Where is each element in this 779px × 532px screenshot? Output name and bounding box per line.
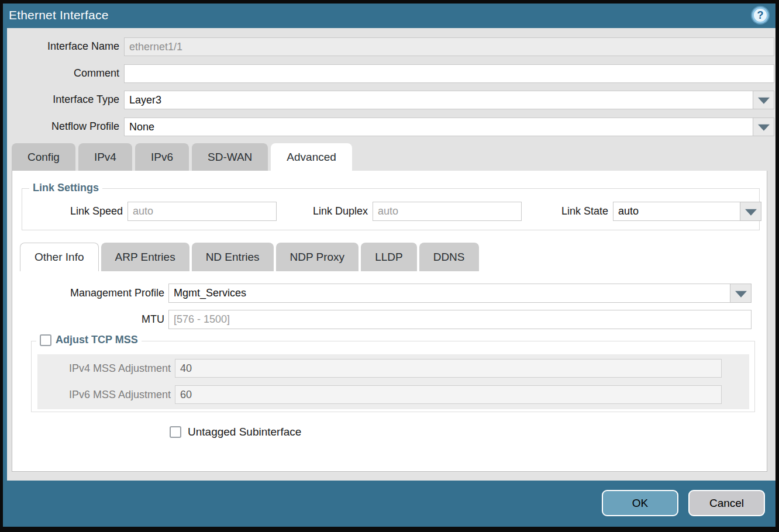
dialog-window: Ethernet Interface ? Interface Name Comm… xyxy=(3,4,775,527)
untagged-subinterface-label: Untagged Subinterface xyxy=(188,426,301,438)
chevron-down-icon xyxy=(758,125,770,131)
tab-ipv4[interactable]: IPv4 xyxy=(78,143,132,171)
dialog-footer: OK Cancel xyxy=(3,481,775,527)
interface-type-row: Interface Type Layer3 xyxy=(7,91,774,109)
netflow-profile-dropdown[interactable]: None xyxy=(124,118,774,136)
link-state-dropdown[interactable]: auto xyxy=(613,202,761,221)
interface-name-input xyxy=(124,37,774,56)
adjust-tcp-mss-checkbox[interactable] xyxy=(40,334,51,346)
interface-name-row: Interface Name xyxy=(7,37,774,56)
advanced-tab-panel: Link Settings Link Speed Link Duplex Lin… xyxy=(12,171,767,472)
management-profile-dropdown[interactable]: Mgmt_Services xyxy=(168,284,752,303)
ipv4-mss-label: IPv4 MSS Adjustment xyxy=(37,362,171,375)
mss-disabled-area: IPv4 MSS Adjustment IPv6 MSS Adjustment xyxy=(37,354,749,409)
tab-advanced[interactable]: Advanced xyxy=(271,143,352,171)
link-duplex-label: Link Duplex xyxy=(313,205,368,217)
comment-input[interactable] xyxy=(124,64,774,83)
main-tab-strip: Config IPv4 IPv6 SD-WAN Advanced xyxy=(12,143,352,171)
cancel-button[interactable]: Cancel xyxy=(688,490,765,516)
chevron-down-icon xyxy=(745,209,757,215)
untagged-subinterface-row: Untagged Subinterface xyxy=(170,426,301,438)
dialog-body: Interface Name Comment Interface Type La… xyxy=(7,28,775,481)
netflow-profile-row: Netflow Profile None xyxy=(7,118,774,136)
tab-nd-entries[interactable]: ND Entries xyxy=(192,243,274,271)
netflow-profile-label: Netflow Profile xyxy=(7,120,119,133)
interface-type-dropdown-button[interactable] xyxy=(753,91,774,109)
interface-type-dropdown[interactable]: Layer3 xyxy=(124,91,774,109)
tab-arp-entries[interactable]: ARP Entries xyxy=(101,243,189,271)
ipv4-mss-input xyxy=(175,359,722,378)
mtu-input[interactable] xyxy=(168,310,752,329)
netflow-profile-value: None xyxy=(129,121,154,133)
chevron-down-icon xyxy=(758,98,770,104)
link-duplex-input[interactable] xyxy=(373,202,522,221)
chevron-down-icon xyxy=(735,291,747,297)
ipv6-mss-input xyxy=(175,385,722,404)
link-state-label: Link State xyxy=(561,205,608,217)
comment-row: Comment xyxy=(7,64,774,83)
mtu-label: MTU xyxy=(12,313,164,326)
ok-button[interactable]: OK xyxy=(602,490,678,516)
link-state-value: auto xyxy=(618,205,639,217)
tab-ndp-proxy[interactable]: NDP Proxy xyxy=(276,243,359,271)
dialog-title: Ethernet Interface xyxy=(9,8,109,22)
link-state-dropdown-button[interactable] xyxy=(740,202,761,221)
mtu-row: MTU xyxy=(12,310,752,329)
adjust-tcp-mss-fieldset: Adjust TCP MSS IPv4 MSS Adjustment IPv6 … xyxy=(31,341,755,412)
sub-tab-strip: Other Info ARP Entries ND Entries NDP Pr… xyxy=(20,243,479,271)
tab-ddns[interactable]: DDNS xyxy=(419,243,479,271)
link-speed-input[interactable] xyxy=(127,202,277,221)
ipv4-mss-row: IPv4 MSS Adjustment xyxy=(37,359,749,378)
link-settings-fieldset: Link Settings Link Speed Link Duplex Lin… xyxy=(22,188,760,230)
interface-name-label: Interface Name xyxy=(7,40,119,53)
ethernet-interface-dialog: Ethernet Interface ? Interface Name Comm… xyxy=(0,0,779,532)
tab-lldp[interactable]: LLDP xyxy=(361,243,417,271)
link-duplex-group: Link Duplex xyxy=(293,202,522,221)
interface-type-value: Layer3 xyxy=(129,94,161,106)
tab-config[interactable]: Config xyxy=(12,143,75,171)
link-speed-label: Link Speed xyxy=(70,205,123,217)
link-settings-legend: Link Settings xyxy=(29,182,102,194)
adjust-tcp-mss-legend: Adjust TCP MSS xyxy=(56,334,138,346)
tab-sdwan[interactable]: SD-WAN xyxy=(192,143,268,171)
management-profile-dropdown-button[interactable] xyxy=(730,284,752,303)
comment-label: Comment xyxy=(7,67,119,80)
interface-type-label: Interface Type xyxy=(7,94,119,106)
link-speed-group: Link Speed xyxy=(54,202,277,221)
netflow-profile-dropdown-button[interactable] xyxy=(753,118,774,136)
tab-other-info[interactable]: Other Info xyxy=(20,243,99,271)
ipv6-mss-label: IPv6 MSS Adjustment xyxy=(37,389,171,401)
management-profile-label: Management Profile xyxy=(12,287,164,299)
management-profile-row: Management Profile Mgmt_Services xyxy=(12,284,752,303)
link-state-group: Link State auto xyxy=(546,202,761,221)
title-bar: Ethernet Interface ? xyxy=(3,4,775,28)
help-icon[interactable]: ? xyxy=(752,7,768,23)
untagged-subinterface-checkbox[interactable] xyxy=(170,426,181,438)
ipv6-mss-row: IPv6 MSS Adjustment xyxy=(37,385,749,405)
tab-ipv6[interactable]: IPv6 xyxy=(135,143,189,171)
management-profile-value: Mgmt_Services xyxy=(174,287,246,299)
